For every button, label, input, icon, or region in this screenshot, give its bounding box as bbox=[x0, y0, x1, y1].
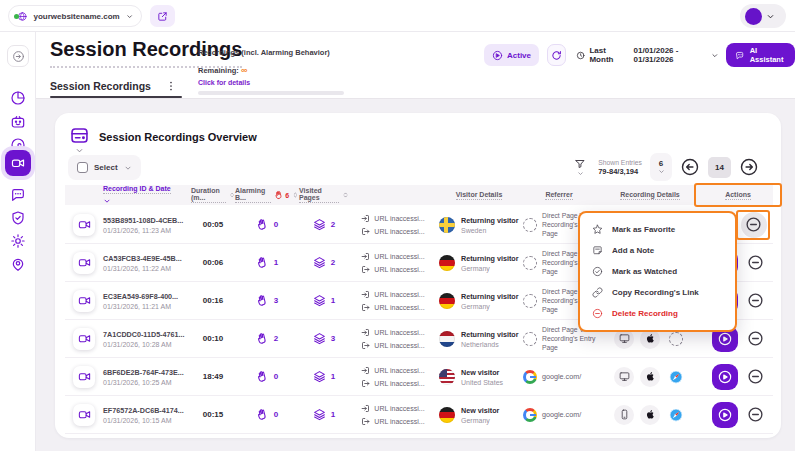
context-menu-item[interactable]: Delete Recording bbox=[580, 303, 735, 324]
previous-page-button[interactable] bbox=[680, 157, 700, 177]
recording-date: 01/31/2026, 10:28 AM bbox=[103, 341, 172, 348]
account-menu[interactable] bbox=[740, 4, 786, 28]
more-actions-button[interactable] bbox=[747, 292, 764, 309]
entry-page-url[interactable]: URL inaccessi... bbox=[361, 366, 424, 375]
entry-page-url[interactable]: URL inaccessi... bbox=[361, 252, 424, 261]
sidebar-item-settings[interactable] bbox=[10, 233, 26, 249]
more-actions-button[interactable] bbox=[747, 254, 764, 271]
visitor-type: New visitor bbox=[461, 406, 499, 415]
column-duration[interactable]: Duration (m... bbox=[191, 187, 235, 203]
exit-page-url[interactable]: URL inaccessi... bbox=[361, 341, 424, 350]
exit-page-url[interactable]: URL inaccessi... bbox=[361, 265, 424, 274]
recording-id[interactable]: CA53FCB3-4E9E-45B... bbox=[103, 254, 182, 263]
refresh-button[interactable] bbox=[547, 44, 566, 66]
referrer-text: google.com/ bbox=[542, 410, 581, 419]
tab-label: Session Recordings bbox=[50, 80, 151, 92]
table-row[interactable]: EF76572A-DC6B-4174... 01/31/2026, 10:15 … bbox=[65, 396, 773, 434]
recording-id[interactable]: EC3EA549-69F8-400... bbox=[103, 292, 178, 301]
ai-assistant-button[interactable]: AI Assistant bbox=[726, 43, 795, 67]
exit-page-url[interactable]: URL inaccessi... bbox=[361, 303, 424, 312]
recording-id[interactable]: 6BF6DE2B-764F-473E... bbox=[103, 368, 184, 377]
chevron-down-icon[interactable] bbox=[75, 146, 84, 155]
visitor-type: Returning visitor bbox=[461, 254, 519, 263]
more-actions-button[interactable] bbox=[747, 330, 764, 347]
current-page-indicator[interactable]: 14 bbox=[708, 157, 731, 178]
alarming-total-badge: 6 bbox=[274, 190, 289, 200]
tab-menu-dots-icon[interactable] bbox=[165, 80, 177, 92]
shown-entries: Shown Entries 79-84/3,194 bbox=[598, 159, 642, 176]
referrer-cell: google.com/ bbox=[521, 358, 597, 395]
external-link-icon bbox=[157, 11, 168, 22]
period-selector[interactable]: Last Month bbox=[576, 46, 625, 64]
column-visitor-details[interactable]: Visitor Details bbox=[437, 191, 521, 200]
arrow-right-circle-icon bbox=[12, 50, 25, 63]
play-recording-button[interactable] bbox=[712, 364, 738, 390]
more-actions-button[interactable] bbox=[747, 368, 764, 385]
visitor-type: Returning visitor bbox=[461, 292, 519, 301]
entry-page-icon bbox=[361, 290, 370, 299]
exit-page-url[interactable]: URL inaccessi... bbox=[361, 379, 424, 388]
column-visited-pages[interactable]: Visited Pages bbox=[299, 187, 349, 203]
entry-page-icon bbox=[361, 214, 370, 223]
sidebar-item-dashboard[interactable] bbox=[10, 90, 26, 106]
pie-chart-icon bbox=[10, 90, 26, 106]
sort-icon[interactable] bbox=[342, 191, 349, 199]
more-actions-button-active[interactable] bbox=[741, 212, 767, 238]
entry-page-url[interactable]: URL inaccessi... bbox=[361, 328, 424, 337]
exit-page-url[interactable]: URL inaccessi... bbox=[361, 417, 424, 426]
country-flag-icon bbox=[439, 407, 455, 423]
more-actions-button[interactable] bbox=[745, 216, 762, 233]
arrow-right-circle-icon bbox=[739, 157, 759, 177]
referrer-text: google.com/ bbox=[542, 372, 581, 381]
recording-id[interactable]: EF76572A-DC6B-4174... bbox=[103, 406, 184, 415]
sidebar-item-heatmaps[interactable] bbox=[10, 114, 26, 130]
entry-page-url[interactable]: URL inaccessi... bbox=[361, 404, 424, 413]
open-website-button[interactable] bbox=[150, 5, 175, 27]
alarming-count: 1 bbox=[274, 258, 278, 267]
table-row[interactable]: 6BF6DE2B-764F-473E... 01/31/2026, 10:25 … bbox=[65, 358, 773, 396]
alarm-hand-icon bbox=[256, 332, 269, 345]
sidebar-item-privacy[interactable] bbox=[10, 210, 26, 226]
date-range-selector[interactable]: 01/01/2026 - 01/31/2026 bbox=[634, 46, 719, 64]
page-size-selector[interactable]: 6 bbox=[650, 153, 672, 181]
status-filter-button[interactable]: Active bbox=[484, 44, 539, 66]
click-for-details-link[interactable]: Click for details bbox=[198, 79, 348, 86]
entry-page-url[interactable]: URL inaccessi... bbox=[361, 290, 424, 299]
context-menu-item[interactable]: Mark as Favorite bbox=[580, 219, 735, 240]
website-selector[interactable]: yourwebsitename.com bbox=[8, 5, 142, 27]
context-menu-item[interactable]: Copy Recording's Link bbox=[580, 282, 735, 303]
sidebar-item-visitors[interactable] bbox=[10, 256, 26, 272]
column-alarming-behavior[interactable]: Alarming B... 6 bbox=[235, 187, 299, 203]
sidebar-item-feedback[interactable] bbox=[10, 187, 26, 203]
column-recording-id-date[interactable]: Recording ID & Date bbox=[103, 185, 191, 205]
entry-page-url[interactable]: URL inaccessi... bbox=[361, 214, 424, 223]
select-checkbox[interactable] bbox=[77, 162, 88, 173]
sidebar bbox=[0, 32, 36, 451]
column-recording-details[interactable]: Recording Details bbox=[597, 191, 703, 200]
next-page-button[interactable] bbox=[739, 157, 759, 177]
context-menu-label: Copy Recording's Link bbox=[612, 288, 699, 297]
recording-id[interactable]: 553B8951-108D-4CEB... bbox=[103, 216, 183, 225]
exit-page-url[interactable]: URL inaccessi... bbox=[361, 227, 424, 236]
more-actions-button[interactable] bbox=[747, 406, 764, 423]
top-bar: yourwebsitename.com bbox=[0, 0, 795, 32]
column-actions[interactable]: Actions bbox=[703, 191, 773, 200]
google-icon bbox=[523, 370, 537, 384]
select-all-control[interactable]: Select bbox=[68, 155, 141, 180]
tab-session-recordings[interactable]: Session Recordings bbox=[50, 80, 177, 92]
link-icon bbox=[592, 287, 603, 298]
entries-controls: Shown Entries 79-84/3,194 6 14 bbox=[570, 153, 759, 181]
filter-button[interactable] bbox=[570, 158, 590, 177]
sidebar-collapse-button[interactable] bbox=[7, 45, 29, 67]
recording-id[interactable]: 7A1CDDC0-11D5-4761... bbox=[103, 330, 185, 339]
column-referrer[interactable]: Referrer bbox=[521, 191, 597, 200]
sidebar-item-session-recordings[interactable] bbox=[5, 150, 31, 176]
apple-os-icon bbox=[640, 367, 660, 387]
play-recording-button[interactable] bbox=[712, 402, 738, 428]
context-menu-item[interactable]: Add a Note bbox=[580, 240, 735, 261]
sort-icon[interactable] bbox=[292, 191, 299, 199]
country-flag-icon bbox=[439, 369, 455, 385]
recordings-remaining: Recordings (incl. Alarming Behavior) Rem… bbox=[198, 41, 348, 95]
shown-entries-label: Shown Entries bbox=[598, 159, 642, 166]
context-menu-item[interactable]: Mark as Watched bbox=[580, 261, 735, 282]
